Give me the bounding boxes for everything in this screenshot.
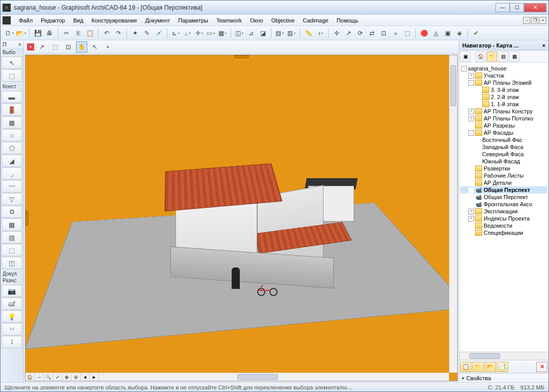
camera-tool[interactable]: 📷 bbox=[2, 285, 22, 297]
3d-viewport[interactable]: 🏠 ↔ 🔍 ⤢ ⊕ ⊖ ◄ ► bbox=[25, 55, 458, 381]
light-tool[interactable]: 💡 bbox=[2, 310, 22, 323]
vc-zoom[interactable]: 🔍 bbox=[44, 373, 53, 381]
transform7-button[interactable]: ⬚ bbox=[402, 28, 413, 39]
menu-parameters[interactable]: Параметры bbox=[174, 16, 212, 25]
tree-node[interactable]: 1. 1-й этаж bbox=[460, 101, 547, 108]
vertical-scrollbar[interactable] bbox=[449, 55, 457, 373]
vtool4[interactable]: ✋ bbox=[76, 41, 87, 53]
scroll-thumb[interactable] bbox=[451, 65, 456, 106]
shell-tool[interactable]: 〰 bbox=[2, 180, 22, 192]
minimize-button[interactable]: — bbox=[495, 3, 510, 12]
menu-help[interactable]: Помощь bbox=[333, 16, 363, 25]
tree-expand-icon[interactable]: + bbox=[468, 116, 474, 121]
tree-node[interactable]: АР Разрезы bbox=[460, 122, 547, 129]
object-tool[interactable]: ◫ bbox=[2, 257, 22, 269]
pick-button[interactable]: ✦ bbox=[130, 28, 141, 39]
render3-button[interactable]: ▣ bbox=[442, 28, 453, 39]
tree-node[interactable]: +АР Планы Констру bbox=[460, 108, 547, 115]
vc-prev[interactable]: ◄ bbox=[81, 373, 90, 381]
navigator-tree[interactable]: -⌂sagrana_house+Участок-АР Планы Этажей3… bbox=[459, 63, 548, 352]
transform6-button[interactable]: ⟐ bbox=[390, 28, 401, 39]
print-button[interactable]: 🖶 bbox=[44, 28, 55, 39]
view-opt1-button[interactable]: ▤ bbox=[274, 28, 285, 39]
scroll-thumb[interactable] bbox=[237, 374, 278, 380]
tree-expand-icon[interactable]: + bbox=[468, 216, 474, 222]
vc-zoomout[interactable]: ⊖ bbox=[71, 373, 81, 381]
scroll-thumb[interactable] bbox=[469, 353, 500, 359]
tree-node[interactable]: 📹Фронтальная Аксо bbox=[460, 201, 547, 208]
view-opt2-button[interactable]: ▥ bbox=[286, 28, 297, 39]
tree-node[interactable]: ⌂Южный Фасад bbox=[460, 158, 547, 165]
text-tool[interactable]: ¹·² bbox=[2, 323, 22, 335]
column-tool[interactable]: ○ bbox=[2, 129, 22, 141]
tree-node[interactable]: -⌂sagrana_house bbox=[460, 65, 547, 72]
vc-fit[interactable]: ⤢ bbox=[53, 373, 62, 381]
vtool5[interactable]: ↖ bbox=[89, 41, 101, 53]
nav-newfolder-button[interactable]: 📁 bbox=[472, 362, 484, 372]
tree-node[interactable]: +Индексы Проекта bbox=[460, 215, 547, 222]
navigator-close-icon[interactable]: × bbox=[542, 42, 545, 48]
vc-pan[interactable]: ↔ bbox=[35, 373, 44, 381]
transform1-button[interactable]: ✢ bbox=[331, 28, 342, 39]
undo-button[interactable]: ↶ bbox=[101, 28, 112, 39]
measure-button[interactable]: 📏 bbox=[303, 28, 314, 39]
tree-node[interactable]: ⌂Восточный Фас bbox=[460, 136, 547, 143]
guide2-button[interactable]: ⊿ bbox=[245, 28, 257, 39]
mdi-close-button[interactable]: × bbox=[539, 17, 546, 24]
vtool2[interactable]: ⬚ bbox=[49, 41, 61, 53]
toolbox-close-icon[interactable]: × bbox=[18, 41, 21, 47]
dimension-tool[interactable]: ⟟ bbox=[2, 336, 22, 348]
vc-zoomin[interactable]: ⊕ bbox=[62, 373, 71, 381]
tree-expand-icon[interactable]: + bbox=[468, 73, 474, 79]
tree-node[interactable]: 3. 3-й этаж bbox=[460, 86, 547, 93]
menu-file[interactable]: Файл bbox=[15, 16, 37, 25]
tree-node[interactable]: +АР Планы Потолко bbox=[460, 115, 547, 122]
properties-row[interactable]: ▸ Свойства bbox=[459, 373, 548, 382]
tree-node[interactable]: ⌂Северный Фаса bbox=[460, 151, 547, 158]
save-button[interactable]: 💾 bbox=[32, 28, 43, 39]
morph-tool[interactable]: ▽ bbox=[2, 193, 22, 205]
mdi-minimize-button[interactable]: – bbox=[523, 17, 530, 24]
curtain-tool[interactable]: ▩ bbox=[2, 218, 22, 231]
render4-button[interactable]: ◈ bbox=[454, 28, 465, 39]
tree-node[interactable]: Спецификации bbox=[460, 229, 547, 236]
tree-node[interactable]: АР Детали bbox=[460, 179, 547, 186]
arrow-tool[interactable]: ↖ bbox=[2, 57, 22, 69]
menu-teamwork[interactable]: Teamwork bbox=[212, 16, 246, 25]
transform3-button[interactable]: ⟳ bbox=[355, 28, 366, 39]
mdi-restore-button[interactable]: ❐ bbox=[531, 17, 538, 24]
menu-window[interactable]: Окно bbox=[246, 16, 267, 25]
open-file-button[interactable]: 📂 bbox=[15, 28, 27, 39]
lamp-tool[interactable]: 🛋 bbox=[2, 298, 22, 310]
menu-view[interactable]: Вид bbox=[69, 16, 87, 25]
guide1-button[interactable]: ◫ bbox=[234, 28, 245, 39]
tree-expand-icon[interactable]: - bbox=[468, 80, 474, 86]
marquee-tool[interactable]: ⬚ bbox=[2, 69, 22, 82]
menu-cadimage[interactable]: Cadimage bbox=[298, 16, 332, 25]
copy-button[interactable]: ⎘ bbox=[72, 28, 84, 39]
tree-node[interactable]: -АР Фасады bbox=[460, 129, 547, 136]
tree-node[interactable]: ⌂Западный Фаса bbox=[460, 143, 547, 151]
nav-layout-button[interactable]: ▤ bbox=[498, 52, 508, 62]
stair-tool[interactable]: ⬚ bbox=[2, 244, 22, 256]
navigator-hscroll[interactable] bbox=[459, 352, 548, 360]
tree-expand-icon[interactable]: - bbox=[468, 130, 474, 136]
tree-node[interactable]: 📹Общая Перспект bbox=[460, 193, 547, 201]
slab-tool[interactable]: ◢ bbox=[2, 155, 22, 167]
roof-tool[interactable]: ◞ bbox=[2, 167, 22, 180]
menu-editor[interactable]: Редактор bbox=[37, 16, 69, 25]
guide3-button[interactable]: ◪ bbox=[257, 28, 268, 39]
snap2-button[interactable]: ⟂ bbox=[182, 28, 193, 39]
cut-button[interactable]: ✂ bbox=[61, 28, 72, 39]
close-tab-button[interactable]: × bbox=[27, 43, 34, 51]
maximize-button[interactable]: ☐ bbox=[510, 3, 524, 12]
vc-orbit[interactable]: 🏠 bbox=[26, 373, 35, 381]
zone-tool[interactable]: ▨ bbox=[2, 231, 22, 243]
nav-settings-button[interactable]: 📋 bbox=[460, 362, 471, 372]
beam-tool[interactable]: ⬠ bbox=[2, 142, 22, 154]
menu-objective[interactable]: Objective bbox=[267, 16, 299, 25]
transform4-button[interactable]: ⇄ bbox=[366, 28, 378, 39]
snap4-button[interactable]: ▭ bbox=[205, 28, 216, 39]
syringe-button[interactable]: 💉 bbox=[153, 28, 164, 39]
nav-project-button[interactable]: 🏠 bbox=[476, 52, 486, 62]
